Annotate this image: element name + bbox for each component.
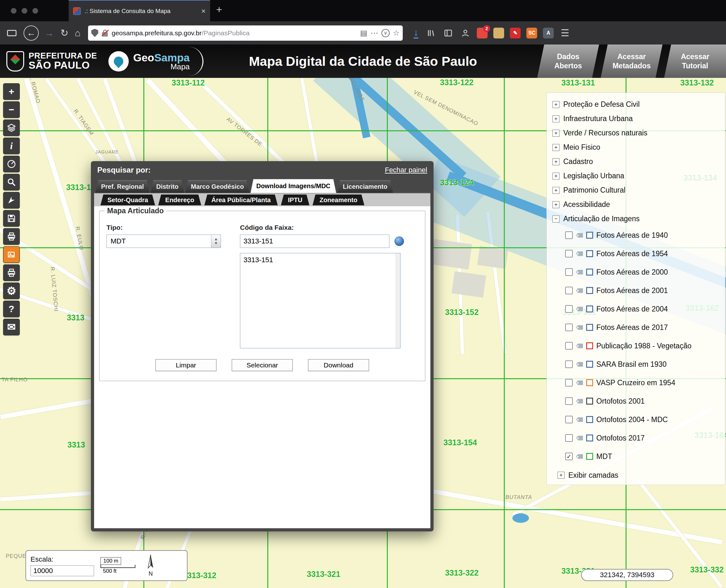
map-canvas[interactable]: 3313-112 3313-122 3313-131 3313-132 3313… [0,78,726,588]
faixa-listbox[interactable]: 3313-151 [240,253,400,348]
scale-input[interactable] [30,565,94,576]
download-button[interactable]: Download [308,359,369,371]
tag-icon[interactable] [576,288,583,293]
category-acessibilidade[interactable]: + Acessibilidade [547,197,725,212]
menu-acessar-metadados[interactable]: Acessar Metadados [601,44,663,78]
tab-marco-geodesico[interactable]: Marco Geodésico [185,180,250,193]
tag-icon[interactable] [576,251,583,256]
tab-area-publica-planta[interactable]: Área Pública/Planta [204,194,278,205]
save-button[interactable] [3,210,20,227]
expand-icon[interactable]: + [553,201,559,208]
expand-icon[interactable]: + [553,130,559,137]
address-bar[interactable]: geosampa.prefeitura.sp.gov.br/PaginasPub… [88,25,403,41]
tab-iptu[interactable]: IPTU [281,194,310,205]
print-button[interactable] [3,265,20,281]
menu-hamburger-icon[interactable]: ☰ [561,28,569,38]
tag-icon[interactable] [576,399,583,404]
selecionar-button[interactable]: Selecionar [232,359,293,371]
info-button[interactable]: i [3,138,20,154]
category-cadastro[interactable]: + Cadastro [547,154,725,169]
category-patrimonio-cultural[interactable]: + Patrimonio Cultural [547,183,725,197]
zoom-out-button[interactable]: − [3,101,20,118]
help-button[interactable]: ? [3,301,20,317]
expand-icon[interactable]: + [553,173,559,180]
settings-button[interactable]: ⚙ [3,282,20,299]
tag-icon[interactable] [576,325,583,330]
layer-checkbox[interactable] [565,379,573,386]
home-button[interactable]: ⌂ [75,28,80,38]
forward-button[interactable]: → [44,28,54,38]
select-stepper-icon[interactable]: ▲▼ [211,235,221,248]
url-text[interactable]: geosampa.prefeitura.sp.gov.br/PaginasPub… [111,29,357,37]
layer-checkbox[interactable] [565,231,573,239]
expand-icon[interactable]: + [553,158,559,165]
category-verde-recursos[interactable]: + Verde / Recursos naturais [547,126,725,140]
expand-icon[interactable]: + [553,187,559,194]
layer-checkbox[interactable] [565,268,573,276]
tag-icon[interactable] [576,307,583,312]
layer-checkbox[interactable] [565,360,573,368]
search-button[interactable] [3,174,20,190]
downloads-icon[interactable]: ↓ [414,28,418,39]
expand-icon[interactable]: + [558,472,564,479]
back-button[interactable]: ← [23,25,39,41]
prefeitura-logo[interactable]: PREFEITURA DE SÃO PAULO [0,51,97,71]
window-zoom-button[interactable] [33,8,38,14]
layer-checkbox[interactable] [565,287,573,294]
layer-checkbox[interactable] [565,434,573,442]
menu-acessar-tutorial[interactable]: Acessar Tutorial [664,44,726,78]
tag-icon[interactable] [576,270,583,275]
extension-sc-icon[interactable]: SC [526,28,537,39]
tracking-protection-shield-icon[interactable] [91,29,98,37]
sidebar-toggle-icon[interactable] [444,28,453,38]
tab-close-icon[interactable]: × [201,7,206,15]
tab-endereco[interactable]: Endereço [158,194,201,205]
tab-pref-regional[interactable]: Pref. Regional [95,180,149,193]
insecure-lock-icon[interactable] [101,29,108,37]
extension-red-icon[interactable]: 2 [477,28,488,39]
window-close-button[interactable] [11,8,17,14]
translate-icon[interactable]: A [543,28,554,39]
category-protecao-defesa-civil[interactable]: + Proteção e Defesa Civil [547,97,725,111]
layer-checkbox-checked[interactable]: ✓ [565,453,573,460]
geosampa-logo[interactable]: GeoSampa Mapa [108,47,203,76]
tag-icon[interactable] [576,362,583,367]
tab-download-imagens-mdc[interactable]: Download Imagens/MDC [250,179,336,193]
library-icon[interactable] [427,28,435,38]
tag-icon[interactable] [576,417,583,422]
print-map-button[interactable] [3,228,20,245]
category-legislacao-urbana[interactable]: + Legislação Urbana [547,169,725,183]
geolocate-button[interactable] [3,192,20,209]
category-meio-fisico[interactable]: + Meio Fisico [547,140,725,154]
listbox-scrollbar[interactable] [396,253,400,348]
tab-distrito[interactable]: Distrito [150,180,184,193]
menu-dados-abertos[interactable]: Dados Abertos [537,44,599,78]
tag-icon[interactable] [576,454,583,459]
expand-icon[interactable]: + [553,144,559,151]
tag-icon[interactable] [576,233,583,238]
codigo-input[interactable] [240,235,389,248]
tab-licenciamento[interactable]: Licenciamento [337,180,393,193]
category-infraestrutura-urbana[interactable]: + Infraestrutura Urbana [547,111,725,126]
tag-icon[interactable] [576,380,583,385]
layer-checkbox[interactable] [565,416,573,423]
limpar-button[interactable]: Limpar [155,359,216,371]
contact-button[interactable]: ✉ [3,319,20,335]
compass-button[interactable] [3,156,20,172]
layers-button[interactable] [3,120,20,136]
layer-checkbox[interactable] [565,250,573,257]
tag-icon[interactable] [576,436,583,441]
page-actions-icon[interactable]: ⋯ [371,28,378,38]
new-tab-button[interactable]: + [216,4,222,15]
expand-icon[interactable]: + [553,101,559,108]
bookmark-star-icon[interactable]: ☆ [393,28,400,38]
faixa-list-item[interactable]: 3313-151 [244,256,397,264]
collapse-icon[interactable]: − [553,215,559,223]
images-button[interactable] [3,246,20,263]
layer-checkbox[interactable] [565,305,573,313]
reader-mode-icon[interactable]: ▤ [360,28,368,38]
window-minimize-button[interactable] [22,8,27,14]
account-icon[interactable] [461,28,470,38]
expand-icon[interactable]: + [553,115,559,122]
category-articulacao-imagens[interactable]: − Articulação de Imagens [547,212,725,226]
